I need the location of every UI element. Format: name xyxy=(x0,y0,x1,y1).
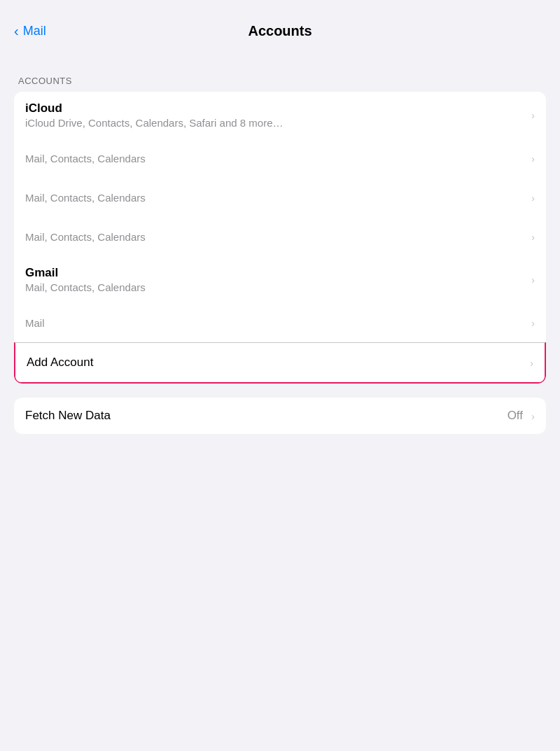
account-subtitle-6: Mail xyxy=(25,317,526,329)
account-title-gmail: Gmail xyxy=(25,266,526,280)
fetch-chevron-icon: › xyxy=(531,410,535,422)
account-item-3-content: Mail, Contacts, Calendars xyxy=(25,192,526,204)
account-item-gmail-content: Gmail Mail, Contacts, Calendars xyxy=(25,266,526,293)
account-title-icloud: iCloud xyxy=(25,101,526,115)
chevron-right-icon: › xyxy=(531,192,535,204)
fetch-new-data-button[interactable]: Fetch New Data Off › xyxy=(14,398,546,434)
add-account-label: Add Account xyxy=(27,356,524,370)
account-subtitle-gmail: Mail, Contacts, Calendars xyxy=(25,281,526,293)
chevron-right-icon: › xyxy=(531,109,535,121)
chevron-right-icon: › xyxy=(531,153,535,164)
fetch-right: Off › xyxy=(507,409,535,423)
account-item-2[interactable]: Mail, Contacts, Calendars › xyxy=(14,139,546,178)
fetch-label: Fetch New Data xyxy=(25,409,111,423)
chevron-right-icon: › xyxy=(531,317,535,329)
back-chevron-icon: ‹ xyxy=(14,23,19,39)
account-item-6[interactable]: Mail › xyxy=(14,303,546,342)
back-button-label: Mail xyxy=(23,24,46,38)
account-subtitle-3: Mail, Contacts, Calendars xyxy=(25,192,526,204)
account-item-gmail[interactable]: Gmail Mail, Contacts, Calendars › xyxy=(14,256,546,303)
back-button[interactable]: ‹ Mail xyxy=(14,23,46,39)
account-item-4-content: Mail, Contacts, Calendars xyxy=(25,231,526,243)
account-item-2-content: Mail, Contacts, Calendars xyxy=(25,153,526,164)
page-header: ‹ Mail Accounts xyxy=(0,0,560,56)
add-account-content: Add Account xyxy=(27,356,524,370)
accounts-list: iCloud iCloud Drive, Contacts, Calendars… xyxy=(14,92,546,342)
add-account-wrapper: Add Account › xyxy=(14,342,546,384)
add-account-chevron-icon: › xyxy=(530,357,533,369)
account-item-icloud[interactable]: iCloud iCloud Drive, Contacts, Calendars… xyxy=(14,92,546,139)
accounts-section-label: ACCOUNTS xyxy=(14,76,546,86)
add-account-container: Add Account › xyxy=(14,342,546,384)
account-subtitle-icloud: iCloud Drive, Contacts, Calendars, Safar… xyxy=(25,117,526,129)
page-title: Accounts xyxy=(248,23,312,39)
account-subtitle-2: Mail, Contacts, Calendars xyxy=(25,153,526,164)
account-item-3[interactable]: Mail, Contacts, Calendars › xyxy=(14,178,546,217)
account-item-4[interactable]: Mail, Contacts, Calendars › xyxy=(14,217,546,256)
accounts-group: iCloud iCloud Drive, Contacts, Calendars… xyxy=(14,92,546,384)
fetch-status: Off xyxy=(507,409,523,423)
chevron-right-icon: › xyxy=(531,231,535,243)
account-item-6-content: Mail xyxy=(25,317,526,329)
add-account-button[interactable]: Add Account › xyxy=(15,343,545,382)
account-item-icloud-content: iCloud iCloud Drive, Contacts, Calendars… xyxy=(25,101,526,129)
chevron-right-icon: › xyxy=(531,274,535,286)
fetch-section: Fetch New Data Off › xyxy=(0,398,560,434)
accounts-section: ACCOUNTS iCloud iCloud Drive, Contacts, … xyxy=(0,76,560,384)
account-subtitle-4: Mail, Contacts, Calendars xyxy=(25,231,526,243)
